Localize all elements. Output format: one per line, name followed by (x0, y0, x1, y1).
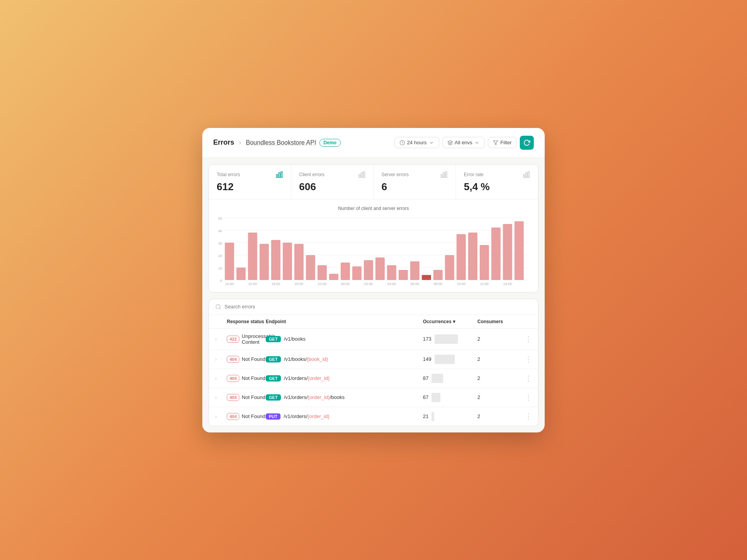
search-icon (215, 304, 221, 310)
occ-bar-4 (431, 393, 440, 402)
endpoint-cell-2: GET /v1/books/{book_id} (266, 356, 423, 362)
svg-rect-12 (524, 175, 525, 178)
sort-icon: ▾ (453, 319, 455, 324)
svg-rect-34 (306, 255, 315, 280)
bar-chart-icon-gray-1 (358, 171, 366, 178)
svg-rect-51 (503, 224, 512, 280)
consumers-4: 2 (477, 394, 516, 400)
occurrences-cell-3: 87 (423, 374, 477, 383)
endpoint-path-1: /v1/books (284, 336, 306, 342)
svg-rect-11 (445, 172, 447, 177)
svg-rect-45 (433, 270, 443, 280)
time-filter-button[interactable]: 24 hours (395, 137, 439, 148)
endpoint-cell-3: GET /v1/orders/{order_id} (266, 375, 423, 382)
search-input[interactable] (224, 304, 532, 310)
total-errors-stat: Total errors 612 (209, 164, 291, 199)
chart-section: Number of client and server errors 0 10 … (209, 200, 538, 292)
svg-rect-27 (225, 243, 234, 280)
error-table: Response status Endpoint Occurrences ▾ C… (209, 299, 538, 426)
row-expand-4[interactable]: › (215, 395, 227, 400)
svg-text:22:00: 22:00 (318, 282, 326, 285)
col-occurrences[interactable]: Occurrences ▾ (423, 319, 477, 324)
bar-chart-svg: 0 10 20 30 40 50 (215, 216, 532, 286)
total-errors-header: Total errors (217, 171, 283, 178)
consumers-3: 2 (477, 375, 516, 381)
more-button-5[interactable]: ⋮ (516, 412, 532, 421)
search-bar (209, 299, 538, 315)
svg-text:04:00: 04:00 (387, 282, 396, 285)
total-errors-label: Total errors (217, 172, 240, 177)
error-rate-value: 5,4 % (464, 181, 530, 193)
more-button-4[interactable]: ⋮ (516, 393, 532, 402)
svg-point-66 (216, 304, 220, 309)
filter-label: Filter (500, 140, 512, 145)
svg-rect-31 (271, 240, 281, 280)
table-header: Response status Endpoint Occurrences ▾ C… (209, 315, 538, 329)
svg-text:40: 40 (218, 229, 222, 233)
consumers-1: 2 (477, 336, 516, 342)
more-button-3[interactable]: ⋮ (516, 374, 532, 383)
occ-bar-2 (435, 355, 455, 364)
status-badge-404-1: 404 (227, 356, 239, 363)
endpoint-cell-5: PUT /v1/orders/{order_id} (266, 413, 423, 420)
status-cell-4: 404 Not Found (227, 394, 266, 401)
col-expand (215, 319, 227, 324)
client-errors-stat: Client errors 606 (291, 164, 374, 199)
svg-marker-2 (493, 140, 498, 145)
status-badge-404-4: 404 (227, 413, 239, 420)
status-text-4: Not Found (242, 394, 265, 400)
occ-value-4: 67 (423, 394, 428, 400)
method-badge-get-1: GET (266, 336, 281, 342)
filter-button[interactable]: Filter (488, 137, 517, 148)
status-text-3: Not Found (242, 375, 265, 381)
svg-text:0: 0 (220, 278, 222, 282)
client-errors-value: 606 (299, 181, 366, 193)
svg-text:06:00: 06:00 (410, 282, 419, 285)
page-title: Errors (213, 138, 234, 147)
svg-text:16:00: 16:00 (248, 282, 257, 285)
row-expand-2[interactable]: › (215, 357, 227, 362)
svg-text:12:00: 12:00 (480, 282, 489, 285)
svg-text:14:00: 14:00 (225, 282, 234, 285)
stats-section: Total errors 612 Client errors 606 Serve… (209, 164, 538, 292)
row-expand-3[interactable]: › (215, 376, 227, 381)
table-row: › 422 Unprocessable Content GET /v1/book… (209, 329, 538, 350)
svg-rect-8 (363, 172, 365, 177)
more-button-1[interactable]: ⋮ (516, 335, 532, 343)
env-filter-label: All envs (455, 140, 473, 145)
svg-rect-43 (410, 261, 419, 280)
breadcrumb-separator: › (239, 138, 241, 147)
time-filter-label: 24 hours (407, 140, 427, 145)
chevron-down-icon (429, 140, 434, 145)
refresh-icon (523, 139, 530, 146)
svg-rect-49 (480, 245, 489, 280)
svg-text:02:00: 02:00 (364, 282, 373, 285)
env-filter-button[interactable]: All envs (442, 137, 485, 148)
svg-rect-35 (317, 265, 327, 280)
endpoint-path-2: /v1/books/{book_id} (284, 356, 328, 362)
status-cell-1: 422 Unprocessable Content (227, 333, 266, 345)
row-expand-5[interactable]: › (215, 414, 227, 419)
server-errors-stat: Server errors 6 (374, 164, 456, 199)
occurrences-cell-5: 21 (423, 412, 477, 421)
svg-rect-4 (279, 173, 280, 178)
col-consumers: Consumers (477, 319, 516, 324)
table-row: › 404 Not Found GET /v1/orders/{order_id… (209, 369, 538, 388)
occurrences-cell-4: 67 (423, 393, 477, 402)
svg-text:30: 30 (218, 241, 222, 245)
svg-rect-48 (468, 233, 477, 280)
svg-text:10: 10 (218, 266, 222, 270)
svg-rect-30 (260, 244, 269, 280)
endpoint-path-4: /v1/orders/{order_id}/books (284, 394, 345, 400)
status-badge-404-3: 404 (227, 394, 239, 401)
clock-icon (400, 140, 405, 145)
client-errors-header: Client errors (299, 171, 366, 178)
more-button-2[interactable]: ⋮ (516, 355, 532, 364)
status-cell-3: 404 Not Found (227, 375, 266, 382)
row-expand-1[interactable]: › (215, 336, 227, 342)
refresh-button[interactable] (520, 136, 534, 150)
svg-text:10:00: 10:00 (457, 282, 465, 285)
api-name: Boundless Bookstore API (246, 139, 316, 146)
client-errors-label: Client errors (299, 172, 324, 177)
svg-rect-47 (456, 234, 466, 280)
